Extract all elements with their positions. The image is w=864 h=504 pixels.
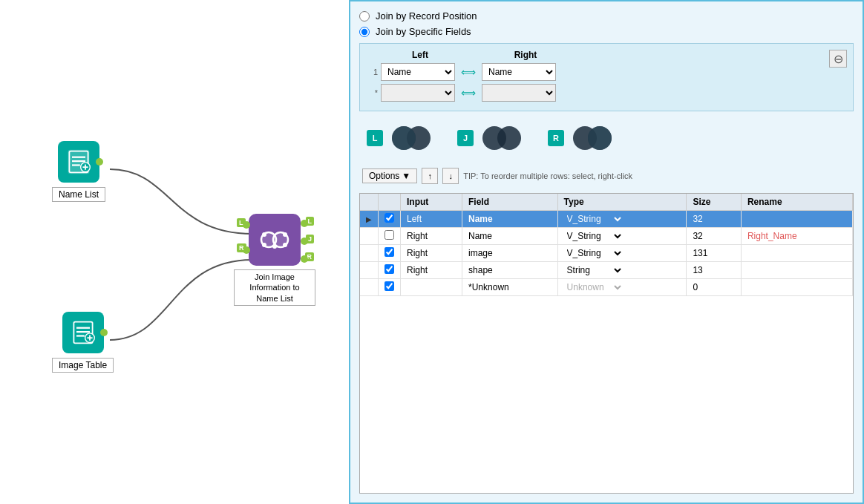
row-check-cell[interactable] (379, 211, 401, 228)
inner-join-venn (478, 123, 526, 153)
image-table-icon (62, 312, 104, 353)
options-button[interactable]: Options ▼ (362, 168, 417, 183)
move-down-button[interactable]: ↓ (442, 168, 459, 184)
row-field-cell: shape (462, 262, 558, 279)
left-col-header: Left (379, 50, 461, 60)
row-checkbox[interactable] (384, 213, 394, 223)
join-right-field-1[interactable]: Name (482, 63, 556, 81)
row-field-cell: Name (462, 228, 558, 245)
row-checkbox[interactable] (384, 247, 394, 257)
row-checkbox[interactable] (384, 264, 394, 274)
row-size-cell: 13 (687, 262, 742, 279)
move-up-button[interactable]: ↑ (422, 168, 438, 184)
col-rename: Rename (741, 194, 852, 211)
join-fields-section: Left Right 1 Name ⟺ Name * ⟺ (359, 43, 854, 111)
row-type-select[interactable]: V_String (564, 230, 624, 242)
name-list-output-port[interactable] (96, 158, 103, 166)
row-indicator-cell (360, 279, 379, 296)
row-check-cell[interactable] (379, 262, 401, 279)
row-input-cell: Right (401, 245, 462, 262)
join-type-radio-section: Join by Record Position Join by Specific… (359, 10, 854, 37)
join-arrows-new: ⟺ (458, 87, 479, 99)
row-indicator-cell (360, 262, 379, 279)
workflow-canvas: Name List Image Table L (0, 0, 349, 504)
join-right-field-new[interactable] (482, 84, 556, 102)
col-indicator (360, 194, 379, 211)
row-checkbox[interactable] (384, 230, 394, 240)
join-left-field-1[interactable]: Name (381, 63, 455, 81)
join-R-output (301, 255, 308, 263)
row-size-cell: 32 (687, 228, 742, 245)
row-rename-cell (741, 279, 852, 296)
right-col-header: Right (485, 50, 566, 60)
join-by-fields-row[interactable]: Join by Specific Fields (359, 26, 854, 37)
row-size-cell: 0 (687, 279, 742, 296)
row-type-cell[interactable]: V_String (557, 211, 687, 228)
table-row[interactable]: Right shape String 13 (360, 262, 853, 279)
col-size: Size (687, 194, 742, 211)
row-type-cell[interactable]: String (557, 262, 687, 279)
table-row[interactable]: ▶ Left Name V_String 32 (360, 211, 853, 228)
left-join-badge: L (367, 130, 383, 146)
name-list-label: Name List (52, 187, 105, 202)
join-row-num-new: * (366, 88, 378, 97)
join-field-row-new: * ⟺ (366, 84, 825, 102)
svg-point-29 (497, 126, 521, 150)
svg-point-21 (272, 244, 277, 249)
join-field-row-1: 1 Name ⟺ Name (366, 63, 825, 81)
right-join-venn (569, 123, 616, 153)
join-types-row: L J R (359, 117, 854, 159)
join-by-fields-radio[interactable] (359, 27, 370, 37)
row-check-cell[interactable] (379, 245, 401, 262)
join-arrows-1: ⟺ (458, 66, 479, 78)
name-list-node[interactable]: Name List (52, 141, 105, 202)
table-row[interactable]: Right Name V_String 32 Right_Name (360, 228, 853, 245)
row-field-cell: Name (462, 211, 558, 228)
image-table-output-port[interactable] (100, 329, 108, 336)
remove-join-field-button[interactable]: ⊖ (829, 50, 847, 68)
image-table-label: Image Table (52, 358, 114, 373)
row-type-cell[interactable]: V_String (557, 228, 687, 245)
row-checkbox[interactable] (384, 281, 394, 291)
join-by-position-radio[interactable] (359, 11, 370, 22)
join-type-right[interactable]: R (548, 123, 616, 153)
row-type-select[interactable]: V_String (564, 247, 624, 259)
col-input: Input (401, 194, 462, 211)
row-rename-cell (741, 211, 852, 228)
current-row-arrow-icon: ▶ (366, 215, 372, 223)
join-node[interactable]: L R L J (249, 214, 301, 266)
table-row[interactable]: *Unknown Unknown 0 (360, 279, 853, 296)
join-left-field-new[interactable] (381, 84, 455, 102)
options-label: Options (369, 171, 399, 181)
col-checkbox (379, 194, 401, 211)
row-type-cell[interactable]: Unknown (557, 279, 687, 296)
row-indicator-cell: ▶ (360, 211, 379, 228)
join-by-position-label: Join by Record Position (376, 10, 477, 22)
left-join-venn (387, 123, 435, 153)
name-list-icon (58, 141, 99, 183)
output-fields-table: Input Field Type Size Rename ▶ Left Name (359, 193, 854, 494)
options-toolbar: Options ▼ ↑ ↓ TIP: To reorder multiple r… (359, 165, 854, 187)
row-type-cell[interactable]: V_String (557, 245, 687, 262)
row-size-cell: 32 (687, 211, 742, 228)
join-by-position-row[interactable]: Join by Record Position (359, 10, 854, 22)
join-J-output (301, 238, 308, 245)
table-row[interactable]: Right image V_String 131 (360, 245, 853, 262)
row-type-select[interactable]: Unknown (564, 281, 624, 293)
row-rename-cell: Right_Name (741, 228, 852, 245)
image-table-node[interactable]: Image Table (52, 312, 114, 373)
row-type-select[interactable]: String (564, 264, 624, 276)
svg-point-22 (262, 243, 266, 247)
join-type-inner[interactable]: J (457, 123, 526, 153)
row-input-cell: Right (401, 262, 462, 279)
join-L-label: L (237, 218, 246, 227)
row-check-cell[interactable] (379, 228, 401, 245)
join-type-left[interactable]: L (367, 123, 435, 153)
join-R-label: R (237, 243, 246, 252)
join-L-output (301, 220, 308, 227)
tip-text: TIP: To reorder multiple rows: select, r… (463, 171, 851, 180)
row-check-cell[interactable] (379, 279, 401, 296)
join-fields-table: Left Right 1 Name ⟺ Name * ⟺ (366, 50, 825, 105)
row-type-select[interactable]: V_String (564, 213, 624, 225)
right-join-badge: R (548, 130, 564, 146)
